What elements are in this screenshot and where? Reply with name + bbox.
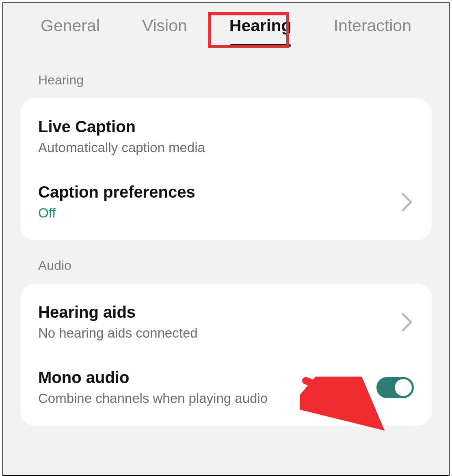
chevron-right-icon	[400, 192, 414, 212]
row-status: Off	[38, 205, 400, 221]
tab-interaction[interactable]: Interaction	[330, 15, 415, 37]
row-subtitle: No hearing aids connected	[38, 325, 400, 341]
settings-screen: General Vision Hearing Interaction Heari…	[2, 2, 450, 476]
toggle-knob	[395, 379, 412, 396]
row-subtitle: Automatically caption media	[38, 140, 414, 155]
tab-general[interactable]: General	[37, 15, 104, 37]
chevron-right-icon	[400, 312, 414, 332]
row-title: Caption preferences	[38, 183, 400, 201]
row-title: Live Caption	[38, 118, 414, 136]
tab-vision[interactable]: Vision	[138, 15, 191, 37]
tab-label: General	[41, 16, 100, 35]
tab-hearing[interactable]: Hearing	[225, 15, 296, 37]
mono-audio-toggle[interactable]	[376, 377, 414, 398]
row-subtitle: Combine channels when playing audio	[38, 391, 376, 406]
row-caption-preferences[interactable]: Caption preferences Off	[20, 169, 432, 235]
card-audio: Hearing aids No hearing aids connected M…	[20, 284, 432, 426]
section-header-audio: Audio	[3, 240, 449, 280]
tab-label: Hearing	[229, 16, 292, 35]
section-header-hearing: Hearing	[3, 55, 449, 95]
tab-label: Interaction	[334, 16, 411, 35]
tab-label: Vision	[142, 16, 187, 35]
row-title: Hearing aids	[38, 303, 400, 321]
tab-bar: General Vision Hearing Interaction	[3, 3, 449, 55]
row-live-caption[interactable]: Live Caption Automatically caption media	[20, 104, 432, 169]
row-mono-audio[interactable]: Mono audio Combine channels when playing…	[20, 355, 432, 420]
row-hearing-aids[interactable]: Hearing aids No hearing aids connected	[20, 289, 432, 355]
card-hearing: Live Caption Automatically caption media…	[20, 98, 432, 240]
row-title: Mono audio	[38, 368, 376, 387]
tab-active-indicator	[230, 44, 291, 47]
